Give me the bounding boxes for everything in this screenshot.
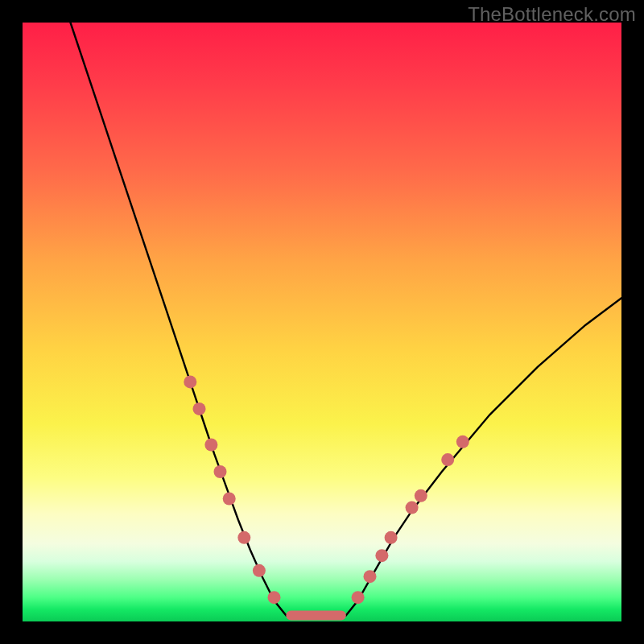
marker-dot xyxy=(204,439,217,452)
curve-right-branch xyxy=(346,298,621,615)
marker-dot xyxy=(193,402,206,415)
marker-dot xyxy=(268,591,281,604)
chart-svg xyxy=(23,23,621,621)
marker-dot xyxy=(214,465,227,478)
flat-segment-bar xyxy=(286,611,345,621)
marker-dot xyxy=(352,591,365,604)
marker-dot xyxy=(406,502,419,514)
marker-dot xyxy=(441,453,454,466)
marker-dot xyxy=(456,436,469,448)
marker-dot xyxy=(223,493,236,506)
marker-dot xyxy=(364,570,377,583)
marker-dot xyxy=(385,531,398,544)
watermark-text: TheBottleneck.com xyxy=(468,3,636,26)
marker-dot xyxy=(253,564,266,577)
marker-dot xyxy=(375,549,388,562)
curve-left-branch xyxy=(71,23,287,616)
plot-area xyxy=(23,23,621,621)
chart-frame: TheBottleneck.com xyxy=(0,0,644,644)
marker-dot xyxy=(415,489,427,502)
marker-dot xyxy=(184,375,196,388)
marker-dot xyxy=(237,531,250,544)
